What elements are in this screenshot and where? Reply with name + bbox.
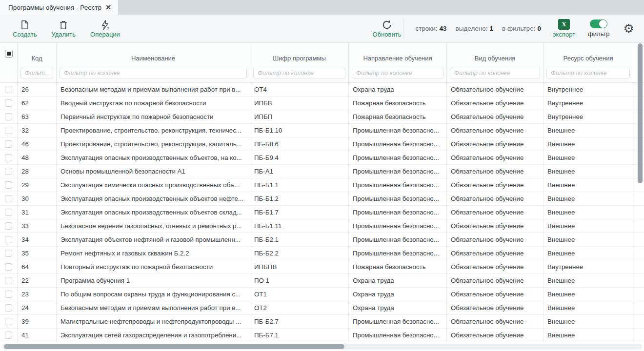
- filter-input-cipher[interactable]: [253, 68, 345, 78]
- filter-input-name[interactable]: [60, 68, 247, 78]
- table-row[interactable]: 24Безопасным методам и приемам выполнени…: [0, 301, 644, 315]
- cell-cipher: ПБ-Б1.1: [250, 178, 349, 192]
- cell-direction: Промышленная безопасно...: [349, 247, 447, 260]
- row-checkbox[interactable]: [5, 263, 12, 271]
- gear-icon[interactable]: ⚙: [624, 22, 634, 35]
- filter-input-resource[interactable]: [546, 68, 630, 78]
- table-row[interactable]: 31Эксплуатация опасных производственных …: [0, 206, 644, 219]
- column-header-resource[interactable]: Ресурс обучения: [564, 55, 613, 62]
- row-checkbox[interactable]: [5, 154, 12, 161]
- row-checkbox[interactable]: [5, 304, 12, 312]
- cell-direction: Промышленная безопасно...: [349, 206, 447, 219]
- row-checkbox[interactable]: [5, 168, 12, 175]
- cell-resource: Внешнее: [543, 274, 633, 287]
- table-row[interactable]: 32Проектирование, строительство, реконст…: [0, 124, 644, 137]
- table-row[interactable]: 46Проектирование, строительство, реконст…: [0, 137, 644, 151]
- column-header-direction[interactable]: Направление обучения: [363, 55, 432, 62]
- table-row[interactable]: 30Эксплуатация опасных производственных …: [0, 192, 644, 206]
- table-row[interactable]: 34Эксплуатация объектов нефтяной и газов…: [0, 233, 644, 247]
- vertical-scrollbar[interactable]: [638, 43, 643, 343]
- delete-button[interactable]: Удалить: [51, 20, 76, 38]
- tab-training-programs-registry[interactable]: Программы обучения - Реестр ✕: [0, 0, 118, 15]
- cell-resource: Внешнее: [543, 315, 633, 328]
- column-kind: Вид обучения: [447, 43, 543, 82]
- row-checkbox[interactable]: [5, 318, 12, 325]
- table-row[interactable]: 63Первичный инструктаж по пожарной безоп…: [0, 110, 644, 124]
- row-checkbox[interactable]: [5, 222, 12, 230]
- table-row[interactable]: 64Повторный инструктаж по пожарной безоп…: [0, 260, 644, 274]
- table-row[interactable]: 33Безопасное ведение газоопасных, огневы…: [0, 219, 644, 233]
- cell-direction: Промышленная безопасно...: [349, 124, 447, 137]
- export-button[interactable]: X экспорт: [553, 19, 575, 38]
- cell-name: Эксплуатация опасных производственных об…: [57, 206, 250, 219]
- cell-direction: Промышленная безопасно...: [349, 233, 447, 246]
- filter-input-direction[interactable]: [352, 68, 443, 78]
- row-checkbox[interactable]: [5, 140, 12, 148]
- table-row[interactable]: 22Программа обучения 1ПО 1Охрана трудаОб…: [0, 274, 644, 288]
- row-checkbox[interactable]: [5, 277, 12, 284]
- cell-cipher: ОТ1: [250, 288, 349, 301]
- cell-kind: Обязательное обучение: [447, 233, 543, 246]
- row-checkbox[interactable]: [5, 209, 12, 216]
- cell-name: Эксплуатация опасных производственных об…: [57, 151, 250, 164]
- horizontal-scrollbar[interactable]: [2, 344, 642, 350]
- cell-code: 64: [18, 260, 57, 273]
- row-checkbox[interactable]: [5, 250, 12, 257]
- excel-export-icon: X: [558, 19, 570, 30]
- column-header-name[interactable]: Наименование: [131, 55, 175, 62]
- table-row[interactable]: 35Ремонт нефтяных и газовых скважин Б.2.…: [0, 247, 644, 260]
- row-checkbox[interactable]: [5, 236, 12, 243]
- row-checkbox[interactable]: [5, 195, 12, 202]
- cell-name: Безопасным методам и приемам выполнения …: [57, 301, 250, 314]
- cell-code: 62: [18, 97, 57, 110]
- row-checkbox[interactable]: [5, 99, 12, 107]
- column-header-kind[interactable]: Вид обучения: [475, 55, 516, 62]
- cell-cipher: ИПБП: [250, 110, 349, 123]
- refresh-button[interactable]: Обновить: [373, 20, 402, 38]
- column-header-cipher[interactable]: Шифр программы: [273, 55, 326, 62]
- table-row[interactable]: 29Эксплуатация химически опасных произво…: [0, 178, 644, 192]
- table-row[interactable]: 26Безопасным методам и приемам выполнени…: [0, 83, 644, 97]
- table-row[interactable]: 39Магистральные нефтепроводы и нефтепрод…: [0, 315, 644, 329]
- vertical-scrollbar-thumb[interactable]: [638, 43, 643, 183]
- toolbar-divider: [403, 19, 403, 39]
- cell-name: Вводный инструктаж по пожарной безопасно…: [57, 97, 250, 110]
- row-checkbox[interactable]: [5, 86, 12, 93]
- column-header-code[interactable]: Код: [31, 55, 42, 62]
- table-row[interactable]: 48Эксплуатация опасных производственных …: [0, 151, 644, 165]
- row-checkbox[interactable]: [5, 332, 12, 339]
- filter-toggle[interactable]: [590, 20, 607, 28]
- cell-resource: Внутреннее: [543, 260, 633, 273]
- table-header: КодНаименованиеШифр программыНаправление…: [0, 43, 644, 83]
- cell-direction: Пожарная безопасность: [349, 97, 447, 110]
- row-checkbox-cell: [0, 247, 18, 260]
- cell-kind: Обязательное обучение: [447, 329, 543, 342]
- operations-button[interactable]: Операции: [90, 20, 120, 38]
- toolbar: Создать Удалить Операции Обновить строки…: [0, 15, 644, 43]
- table-row[interactable]: 41Эксплуатация сетей газораспределения и…: [0, 329, 644, 342]
- create-button[interactable]: Создать: [13, 20, 37, 38]
- cell-name: Безопасное ведение газоопасных, огневых …: [57, 219, 250, 233]
- row-checkbox[interactable]: [5, 113, 12, 120]
- cell-name: Эксплуатация опасных производственных об…: [57, 192, 250, 205]
- filter-input-kind[interactable]: [450, 68, 540, 78]
- cell-resource: Внешнее: [543, 165, 633, 178]
- select-all-checkbox[interactable]: [5, 50, 13, 58]
- filter-input-code[interactable]: [20, 68, 53, 78]
- cell-direction: Промышленная безопасно...: [349, 178, 447, 192]
- cell-kind: Обязательное обучение: [447, 274, 543, 287]
- row-checkbox[interactable]: [5, 181, 12, 189]
- cell-code: 30: [18, 192, 57, 205]
- table-row[interactable]: 62Вводный инструктаж по пожарной безопас…: [0, 97, 644, 110]
- rows-counter: строки:43: [415, 25, 446, 32]
- table-row[interactable]: 28Основы промышленной безопасности А1ПБ-…: [0, 165, 644, 178]
- close-icon[interactable]: ✕: [105, 4, 111, 11]
- cell-kind: Обязательное обучение: [447, 288, 543, 301]
- row-checkbox[interactable]: [5, 291, 12, 298]
- table-row[interactable]: 23По общим вопросам охраны труда и функц…: [0, 288, 644, 301]
- cell-code: 26: [18, 83, 57, 96]
- horizontal-scrollbar-thumb[interactable]: [4, 344, 344, 349]
- row-checkbox[interactable]: [5, 127, 12, 134]
- row-checkbox-cell: [0, 288, 18, 301]
- rows-counter-label: строки:: [415, 25, 437, 32]
